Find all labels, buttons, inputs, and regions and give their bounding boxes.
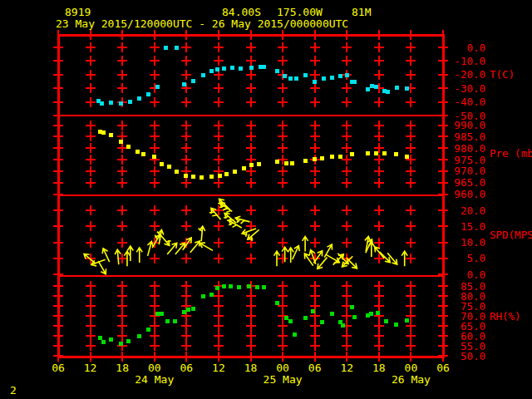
wind-arrow [308, 249, 318, 265]
wind-arrow-glyph [197, 226, 205, 242]
panel-unit-label: T(C) [490, 68, 515, 81]
pressure-data-point [160, 162, 164, 166]
pressure-data-point [209, 175, 214, 179]
pressure-data-point [101, 131, 106, 135]
pressure-data-point [320, 156, 324, 160]
y-axis-label: 15.0 [461, 220, 485, 233]
y-axis-label: 0.0 [466, 42, 485, 54]
wind-arrow [303, 236, 308, 251]
wind-arrow-glyph [188, 239, 202, 254]
temperature-data-point [215, 67, 219, 71]
relative_humidity-data-point [262, 285, 266, 289]
relative_humidity-data-point [320, 320, 324, 324]
relative_humidity-data-point [126, 339, 131, 343]
wind-arrow [188, 239, 202, 254]
x-axis-time-label: 06 [436, 362, 450, 374]
relative_humidity-data-point [405, 318, 409, 323]
relative_humidity-data-point [186, 308, 190, 312]
relative_humidity-data-point [341, 323, 345, 328]
temperature-data-point [239, 66, 243, 71]
wind-arrow [385, 251, 399, 266]
temperature-data-point [405, 86, 409, 91]
pressure-data-point [167, 165, 171, 169]
y-axis-label: -20.0 [454, 68, 485, 81]
y-axis-label: -10.0 [454, 55, 485, 67]
wind-arrow [199, 240, 214, 253]
wind-arrow [115, 249, 122, 265]
y-axis-label: -30.0 [454, 82, 485, 95]
pressure-data-point [382, 151, 387, 155]
pressure-data-point [338, 155, 342, 159]
relative_humidity-data-point [101, 340, 106, 344]
pressure-data-point [313, 157, 317, 161]
wind-arrow [288, 248, 293, 263]
temperature-data-point [119, 101, 123, 106]
relative_humidity-data-point [247, 284, 251, 288]
relative_humidity-data-point [369, 312, 373, 316]
temperature-data-point [230, 66, 234, 70]
wind-arrow-glyph [218, 200, 234, 214]
relative_humidity-data-point [160, 312, 164, 316]
relative_humidity-data-point [98, 336, 102, 340]
pressure-data-point [224, 172, 229, 176]
y-axis-label: 0.0 [466, 268, 485, 281]
relative_humidity-data-point [209, 293, 214, 297]
temperature-data-point [288, 76, 293, 81]
temperature-data-point [146, 92, 150, 96]
temperature-data-point [313, 80, 317, 84]
relative_humidity-data-point [255, 285, 259, 289]
x-axis-time-label: 18 [116, 362, 129, 374]
temperature-data-point [303, 73, 308, 77]
temperature-data-point [386, 90, 390, 94]
relative_humidity-data-point [119, 342, 123, 346]
wind-arrow [208, 206, 223, 222]
pressure-data-point [119, 140, 123, 144]
x-axis-date-label: 25 May [264, 373, 303, 386]
page-number: 2 [10, 385, 17, 396]
x-axis-time-label: 12 [340, 362, 353, 374]
relative_humidity-data-point [394, 323, 398, 327]
temperature-data-point [259, 65, 263, 69]
pressure-data-point [249, 163, 254, 167]
y-axis-label: 5.0 [466, 252, 485, 264]
pressure-data-point [126, 145, 131, 149]
wind-arrow [290, 244, 302, 260]
relative_humidity-data-point [275, 301, 279, 305]
relative_humidity-data-point [352, 315, 357, 319]
wind-arrow-glyph [208, 206, 223, 222]
relative_humidity-data-point [109, 337, 113, 342]
pressure-data-point [141, 152, 145, 156]
meteogram-screen: 8919 84.00S 175.00W 81M 23 May 2015/1200… [0, 0, 532, 399]
relative_humidity-data-point [137, 334, 141, 338]
y-axis-label: 965.0 [454, 176, 485, 189]
x-axis-time-label: 00 [276, 362, 289, 374]
y-axis-label: -40.0 [454, 96, 485, 108]
x-axis-date-label: 26 May [392, 373, 431, 386]
relative_humidity-data-point [288, 319, 293, 323]
wind-arrow-glyph [115, 249, 122, 265]
temperature-data-point [175, 46, 179, 50]
relative_humidity-data-point [182, 310, 186, 314]
relative_humidity-data-point [191, 307, 195, 311]
relative_humidity-data-point [173, 319, 177, 323]
temperature-data-point [164, 46, 168, 50]
relative_humidity-data-point [384, 319, 388, 323]
pressure-data-point [218, 174, 222, 178]
pressure-data-point [284, 161, 288, 165]
relative_humidity-data-point [330, 312, 334, 316]
temperature-data-point [395, 86, 399, 90]
pressure-data-point [257, 162, 261, 166]
x-axis-time-label: 00 [148, 362, 161, 374]
y-axis-label: 975.0 [454, 154, 485, 166]
relative_humidity-data-point [311, 309, 315, 313]
x-axis-time-label: 06 [52, 362, 65, 374]
temperature-data-point [366, 87, 370, 91]
x-axis-time-label: 06 [180, 362, 194, 374]
x-axis-time-label: 00 [405, 362, 418, 374]
temperature-data-point [322, 76, 326, 81]
relative_humidity-data-point [229, 284, 233, 288]
pressure-data-point [374, 151, 378, 155]
wind-arrow [218, 200, 234, 214]
panel-unit-label: Pre (mb) [490, 147, 532, 160]
pressure-data-point [98, 130, 102, 134]
